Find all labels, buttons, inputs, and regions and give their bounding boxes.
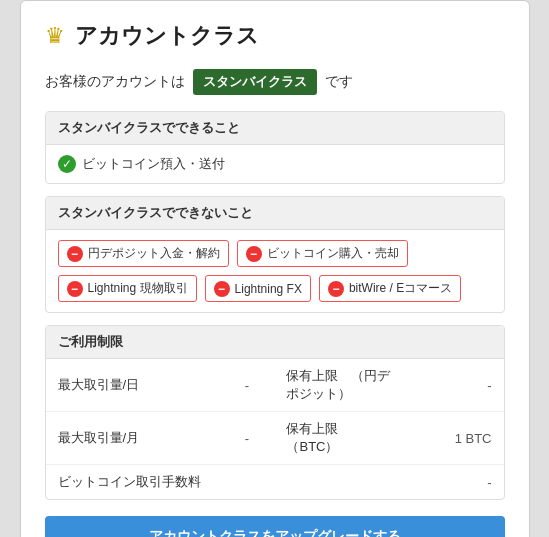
cannot-tag-label-2: Lightning 現物取引 [88,280,188,297]
cannot-tag-label-3: Lightning FX [235,282,302,296]
limits-value-0-2: - [412,359,504,412]
limits-row-1: 最大取引量/月 - 保有上限 （BTC） 1 BTC [46,412,504,465]
minus-circle-icon-2: − [67,281,83,297]
limits-value-1-1: - [220,412,275,465]
cannot-tag-4: − bitWire / Eコマース [319,275,461,302]
limits-label-0-2: 保有上限 （円デポジット） [274,359,411,412]
cannot-tag-0: − 円デポジット入金・解約 [58,240,229,267]
cannot-tag-label-0: 円デポジット入金・解約 [88,245,220,262]
upgrade-button[interactable]: アカウントクラスをアップグレードする [45,516,505,537]
limits-value-2-2: - [412,465,504,500]
can-do-section: スタンバイクラスでできること ✓ ビットコイン預入・送付 [45,111,505,184]
minus-circle-icon-1: − [246,246,262,262]
limits-value-1-2: 1 BTC [412,412,504,465]
page-title: アカウントクラス [75,21,259,51]
limits-row-2: ビットコイン取引手数料 - [46,465,504,500]
minus-circle-icon-3: − [214,281,230,297]
limits-table: 最大取引量/日 - 保有上限 （円デポジット） - 最大取引量/月 - 保有上限… [46,359,504,499]
limits-label-1-1: 最大取引量/月 [46,412,220,465]
account-status-badge: スタンバイクラス [193,69,317,95]
cannot-do-section-body: − 円デポジット入金・解約 − ビットコイン購入・売却 − Lightning … [46,230,504,312]
cannot-do-section: スタンバイクラスでできないこと − 円デポジット入金・解約 − ビットコイン購入… [45,196,505,313]
can-do-section-header: スタンバイクラスでできること [46,112,504,145]
limits-label-2-1: ビットコイン取引手数料 [46,465,220,500]
account-class-card: ♛ アカウントクラス お客様のアカウントは スタンバイクラス です スタンバイク… [20,0,530,537]
crown-icon: ♛ [45,23,65,49]
limits-section-header: ご利用制限 [46,326,504,359]
cannot-tag-1: − ビットコイン購入・売却 [237,240,408,267]
limits-value-2-1 [220,465,275,500]
page-header: ♛ アカウントクラス [45,21,505,51]
account-status-suffix: です [325,73,353,91]
can-do-item-label: ビットコイン預入・送付 [82,155,225,173]
cannot-do-section-header: スタンバイクラスでできないこと [46,197,504,230]
cannot-tag-label-1: ビットコイン購入・売却 [267,245,399,262]
account-status-prefix: お客様のアカウントは [45,73,185,91]
account-status-row: お客様のアカウントは スタンバイクラス です [45,69,505,95]
limits-section: ご利用制限 最大取引量/日 - 保有上限 （円デポジット） - 最大取引量/月 … [45,325,505,500]
cannot-tag-3: − Lightning FX [205,275,311,302]
can-do-section-body: ✓ ビットコイン預入・送付 [46,145,504,183]
cannot-tag-2: − Lightning 現物取引 [58,275,197,302]
minus-circle-icon-4: − [328,281,344,297]
cannot-tag-label-4: bitWire / Eコマース [349,280,452,297]
limits-label-2-2 [274,465,411,500]
check-circle-icon: ✓ [58,155,76,173]
limits-value-0-1: - [220,359,275,412]
limits-label-0-1: 最大取引量/日 [46,359,220,412]
cannot-tags-container: − 円デポジット入金・解約 − ビットコイン購入・売却 − Lightning … [58,240,492,302]
limits-label-1-2: 保有上限 （BTC） [274,412,411,465]
can-do-item: ✓ ビットコイン預入・送付 [58,155,492,173]
minus-circle-icon-0: − [67,246,83,262]
limits-row-0: 最大取引量/日 - 保有上限 （円デポジット） - [46,359,504,412]
